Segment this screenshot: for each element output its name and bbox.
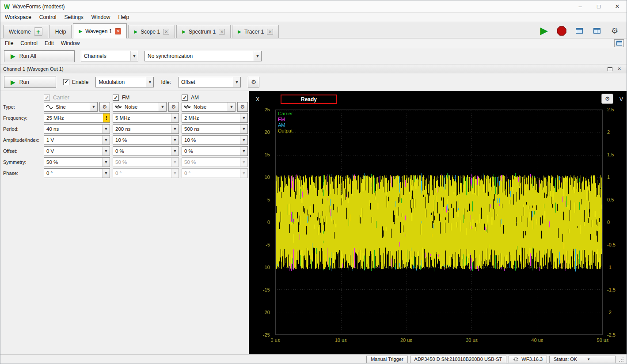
global-settings-button[interactable]: ⚙ [607, 24, 622, 38]
carrier-amplitude-field[interactable]: 1 V ▼ [44, 135, 110, 145]
play-icon: ▶ [134, 29, 137, 34]
manual-trigger-button[interactable]: Manual Trigger [366, 356, 407, 363]
close-tab-icon[interactable]: ✕ [267, 29, 273, 35]
enable-checkbox[interactable]: ✓ Enable [63, 79, 88, 85]
plot-grid-area[interactable]: Carrier FM AM Output [275, 110, 603, 335]
close-button[interactable]: ✕ [608, 0, 627, 12]
close-tab-icon[interactable]: ✕ [163, 29, 169, 35]
menu-control[interactable]: Control [39, 14, 57, 20]
enable-label: Enable [72, 79, 88, 85]
channels-dropdown[interactable]: Channels ▼ [81, 51, 138, 61]
close-tab-icon[interactable]: ✕ [219, 29, 225, 35]
window-icon [616, 41, 622, 46]
plot-settings-button[interactable]: ⚙ [601, 94, 613, 104]
am-offset-field[interactable]: 0 % ▼ [182, 146, 248, 156]
run-all-button[interactable]: ▶ Run All [4, 50, 75, 62]
cascade-windows-icon [576, 28, 583, 34]
fm-offset-field[interactable]: 0 % ▼ [113, 146, 179, 156]
play-icon: ▶ [11, 53, 15, 59]
carrier-period-field[interactable]: 40 ns ▼ [44, 124, 110, 134]
tab-help[interactable]: Help [49, 25, 72, 38]
y-axis-tick: 15 [265, 152, 270, 157]
tab-spectrum-1[interactable]: ▶ Spectrum 1 ✕ [176, 25, 231, 38]
chevron-down-icon: ▼ [233, 77, 240, 87]
fm-enable-checkbox[interactable]: ✓ [113, 95, 119, 101]
tab-welcome[interactable]: Welcome + [3, 25, 48, 38]
fm-type-dropdown[interactable]: Noise ▼ [113, 102, 167, 112]
run-all-instruments-button[interactable]: ▶ [536, 24, 551, 38]
menu-help[interactable]: Help [118, 14, 129, 20]
maximize-button[interactable]: □ [589, 0, 608, 12]
am-amplitude-value: 10 % [182, 137, 240, 143]
device-label: ADP3450 D SN:210018B200B0 USB-ST [414, 356, 502, 362]
stop-all-button[interactable] [554, 24, 569, 38]
chevron-down-icon: ▼ [130, 51, 138, 61]
y-axis-tick: 1.5 [607, 152, 614, 157]
type-row-label: Type: [3, 104, 41, 110]
y-axis-tick: 1 [607, 174, 610, 180]
carrier-enable-checkbox[interactable]: ✓ [44, 95, 50, 101]
add-instrument-button[interactable]: + [34, 27, 42, 36]
carrier-symmetry-field[interactable]: 50 % ▼ [44, 157, 110, 167]
menu-window-2[interactable]: Window [61, 40, 80, 46]
close-icon[interactable]: ✕ [618, 66, 621, 71]
plot-v-axis-label: V [619, 96, 623, 102]
fm-type-settings-button[interactable]: ⚙ [168, 102, 179, 112]
menu-window[interactable]: Window [91, 14, 110, 20]
frequency-row-label: Frequency: [3, 115, 41, 121]
carrier-type-dropdown[interactable]: Sine ▼ [44, 102, 98, 112]
am-period-field[interactable]: 500 ns ▼ [182, 124, 248, 134]
fm-type-value: Noise [122, 104, 159, 110]
carrier-header-label: Carrier [53, 95, 69, 101]
run-label: Run [19, 79, 29, 85]
wavegen-content: ✓ Carrier ✓ FM ✓ AM Type: [0, 91, 627, 354]
mode-dropdown[interactable]: Modulation ▼ [95, 77, 154, 87]
carrier-type-settings-button[interactable]: ⚙ [99, 102, 110, 112]
resize-grip[interactable] [618, 356, 624, 362]
carrier-frequency-field[interactable]: 25 MHz ! [44, 113, 110, 123]
am-type-settings-button[interactable]: ⚙ [237, 102, 248, 112]
close-tab-icon[interactable]: ✕ [115, 28, 121, 34]
docking-layout-button[interactable] [589, 24, 604, 38]
channel-settings-button[interactable]: ⚙ [248, 77, 259, 87]
version-button[interactable]: WF3.16.3 [509, 356, 547, 363]
mode-value: Modulation [96, 79, 146, 85]
wavegen-plot[interactable]: X Ready ⚙ V Carrier FM AM Output 25 20 1… [249, 91, 627, 354]
panel-layout-button[interactable] [614, 39, 624, 47]
am-type-cell: Noise ▼ ⚙ [182, 102, 248, 112]
carrier-offset-field[interactable]: 0 V ▼ [44, 146, 110, 156]
menu-workspace[interactable]: Workspace [5, 14, 31, 20]
chevron-down-icon: ▼ [240, 125, 247, 133]
am-type-dropdown[interactable]: Noise ▼ [182, 102, 236, 112]
y-axis-tick: 10 [265, 174, 270, 180]
menu-control-2[interactable]: Control [20, 40, 38, 46]
noise-wave-icon [115, 104, 122, 110]
fm-period-field[interactable]: 200 ns ▼ [113, 124, 179, 134]
am-enable-checkbox[interactable]: ✓ [182, 95, 188, 101]
float-window-icon[interactable] [608, 67, 612, 71]
period-row-label: Period: [3, 126, 41, 132]
y-axis-tick: 20 [265, 129, 270, 135]
gear-icon: ⚙ [240, 104, 245, 110]
menu-settings[interactable]: Settings [65, 14, 84, 20]
fm-frequency-field[interactable]: 5 MHz ▼ [113, 113, 179, 123]
synchronization-dropdown[interactable]: No synchronization ▼ [144, 51, 262, 61]
noise-wave-icon [184, 104, 191, 110]
menu-file[interactable]: File [5, 40, 13, 46]
idle-dropdown[interactable]: Offset ▼ [178, 77, 241, 87]
tab-label: Tracer 1 [244, 29, 264, 35]
tab-scope-1[interactable]: ▶ Scope 1 ✕ [128, 25, 175, 38]
tab-tracer-1[interactable]: ▶ Tracer 1 ✕ [232, 25, 279, 38]
offset-row-label: Offset: [3, 148, 41, 154]
am-amplitude-field[interactable]: 10 % ▼ [182, 135, 248, 145]
device-status-button[interactable]: ADP3450 D SN:210018B200B0 USB-ST [410, 356, 507, 363]
status-ok-dropdown[interactable]: Status: OK ▼ [549, 356, 616, 363]
fm-amplitude-field[interactable]: 10 % ▼ [113, 135, 179, 145]
tab-wavegen-1[interactable]: ▶ Wavegen 1 ✕ [73, 23, 127, 38]
am-frequency-field[interactable]: 2 MHz ▼ [182, 113, 248, 123]
run-channel-button[interactable]: ▶ Run [4, 76, 56, 88]
workspace-windows-button[interactable] [572, 24, 587, 38]
minimize-button[interactable]: – [571, 0, 589, 12]
menu-edit[interactable]: Edit [45, 40, 54, 46]
carrier-phase-field[interactable]: 0 ° ▼ [44, 168, 110, 178]
